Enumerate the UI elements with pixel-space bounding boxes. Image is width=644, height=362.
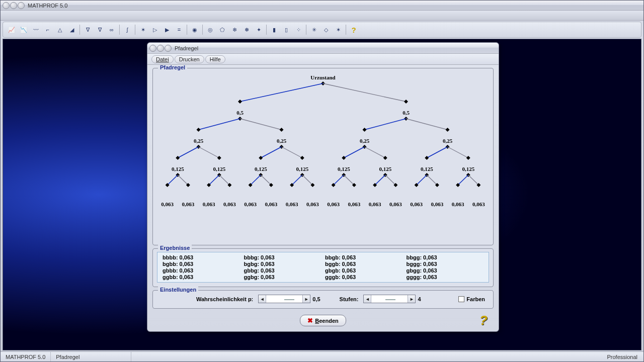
window-max-icon[interactable] (18, 2, 25, 9)
steps-increase-icon[interactable]: ► (408, 295, 415, 303)
tree-groupbox: Pfadregel Urzustand0,50,50,250,250,250,2… (152, 68, 494, 245)
chart-line-toolbar-button[interactable]: 📈 (6, 24, 17, 35)
toolbar-separator (135, 25, 135, 35)
scatter-toolbar-button[interactable]: ⁘ (293, 24, 304, 35)
asterisk-toolbar-button[interactable]: ✶ (137, 24, 148, 35)
close-button[interactable]: ✖ Beenden (300, 315, 346, 326)
svg-line-68 (261, 175, 271, 185)
svg-marker-11 (197, 128, 201, 132)
prob-value: 0,5 (312, 296, 320, 302)
prob-spinner[interactable]: ◄ ► (258, 295, 310, 303)
svg-marker-17 (446, 128, 450, 132)
prob-thumb[interactable] (284, 299, 294, 300)
chart-line2-toolbar-button[interactable]: 📉 (18, 24, 29, 35)
window-min-icon[interactable] (10, 2, 17, 9)
star1-toolbar-button[interactable]: ✳ (308, 24, 319, 35)
toolbar-separator (202, 25, 203, 35)
result-cell: gggg: 0,063 (407, 274, 484, 280)
help-toolbar-button[interactable]: ? (348, 24, 359, 35)
svg-line-14 (365, 119, 407, 130)
status-edition: Professional (601, 354, 643, 360)
chart-line3-toolbar-button[interactable]: 〰 (30, 24, 41, 35)
result-cell: gbgg: 0,063 (407, 267, 484, 274)
child-max-icon[interactable] (165, 45, 172, 52)
shape-toolbar-button[interactable]: ⬠ (217, 24, 228, 35)
svg-line-28 (199, 147, 219, 158)
snow1-toolbar-button[interactable]: ❄ (229, 24, 240, 35)
svg-marker-27 (176, 156, 180, 160)
svg-line-84 (427, 175, 437, 185)
svg-line-64 (219, 175, 230, 185)
cursor-play-toolbar-button[interactable]: ▷ (149, 24, 160, 35)
steps-spinner[interactable]: ◄ ► (363, 295, 416, 303)
svg-text:0,125: 0,125 (213, 166, 225, 172)
svg-line-12 (240, 119, 282, 130)
svg-text:0,063: 0,063 (265, 201, 278, 207)
svg-line-78 (375, 175, 385, 185)
svg-line-70 (292, 175, 302, 185)
svg-line-82 (417, 175, 427, 185)
result-cell: bbbb: 0,063 (163, 254, 240, 260)
nabla2-toolbar-button[interactable]: ∇ (94, 24, 105, 35)
svg-text:0,125: 0,125 (338, 166, 350, 172)
disk-lines-toolbar-button[interactable]: ◎ (205, 24, 216, 35)
settings-groupbox: Einstellungen Wahrscheinlichkeit p: ◄ ► … (152, 290, 494, 309)
snow2-toolbar-button[interactable]: ❅ (241, 24, 252, 35)
bars1-toolbar-button[interactable]: ▮ (269, 24, 280, 35)
svg-text:0,063: 0,063 (203, 201, 215, 207)
spark-toolbar-button[interactable]: ✦ (253, 24, 264, 35)
diamond-toolbar-button[interactable]: ◇ (320, 24, 332, 35)
svg-line-32 (282, 147, 302, 158)
button-row: ✖ Beenden ? (152, 312, 494, 327)
child-menubar: Datei Drucken Hilfe (147, 54, 499, 65)
steps-thumb[interactable] (385, 299, 395, 300)
main-toolbar: 📈📉〰⌐△◢∇∇∞∫✶▷▶=◉◎⬠❄❅✦▮▯⁘✳◇✶? (3, 22, 641, 38)
chart-area-toolbar-button[interactable]: ◢ (66, 24, 77, 35)
prob-spinner-group: ◄ ► 0,5 (258, 295, 320, 303)
svg-text:0,125: 0,125 (421, 166, 433, 172)
disk-dark-toolbar-button[interactable]: ◉ (189, 24, 200, 35)
result-cell: ggbg: 0,063 (244, 274, 321, 280)
toolbar-separator (187, 25, 187, 35)
equals-toolbar-button[interactable]: = (174, 24, 185, 35)
svg-marker-13 (280, 128, 284, 132)
svg-line-40 (448, 147, 468, 158)
svg-text:0,063: 0,063 (472, 201, 485, 207)
app-title: MATHPROF 5.0 (28, 3, 67, 9)
help-icon[interactable]: ? (476, 313, 491, 327)
close-x-icon: ✖ (307, 317, 313, 324)
steps-decrease-icon[interactable]: ◄ (364, 295, 371, 303)
play-toolbar-button[interactable]: ▶ (162, 24, 173, 35)
window-close-icon[interactable] (3, 2, 10, 9)
checkbox-box-icon[interactable] (458, 296, 464, 302)
svg-marker-29 (217, 156, 221, 160)
chart-up-toolbar-button[interactable]: △ (54, 24, 65, 35)
results-legend: Ergebnisse (158, 245, 192, 251)
colors-checkbox[interactable]: Farben (458, 296, 485, 302)
svg-marker-33 (300, 156, 304, 160)
menu-print[interactable]: Drucken (175, 55, 204, 63)
child-title: Pfadregel (175, 45, 198, 51)
svg-text:0,063: 0,063 (182, 201, 195, 207)
bars2-toolbar-button[interactable]: ▯ (281, 24, 292, 35)
steps-value: 4 (418, 296, 421, 302)
menu-file[interactable]: Datei (151, 55, 174, 63)
star2-toolbar-button[interactable]: ✶ (333, 24, 344, 35)
prob-increase-icon[interactable]: ► (302, 295, 310, 303)
svg-text:0,25: 0,25 (194, 138, 204, 144)
child-close-icon[interactable] (149, 45, 156, 52)
chart-axes-toolbar-button[interactable]: ⌐ (42, 24, 53, 35)
result-cell: bbgb: 0,063 (325, 254, 403, 260)
main-menubar (1, 11, 643, 21)
infinity-toolbar-button[interactable]: ∞ (106, 24, 117, 35)
integral-toolbar-button[interactable]: ∫ (122, 24, 133, 35)
prob-decrease-icon[interactable]: ◄ (259, 295, 266, 303)
nabla-toolbar-button[interactable]: ∇ (82, 24, 93, 35)
results-grid: bbbb: 0,063bbbg: 0,063bbgb: 0,063bbgg: 0… (157, 252, 489, 283)
toolbar-separator (346, 25, 346, 35)
child-min-icon[interactable] (157, 45, 164, 52)
svg-text:0,125: 0,125 (296, 166, 308, 172)
close-button-label: Beenden (315, 318, 338, 324)
menu-help[interactable]: Hilfe (205, 55, 225, 63)
svg-marker-31 (259, 156, 263, 160)
